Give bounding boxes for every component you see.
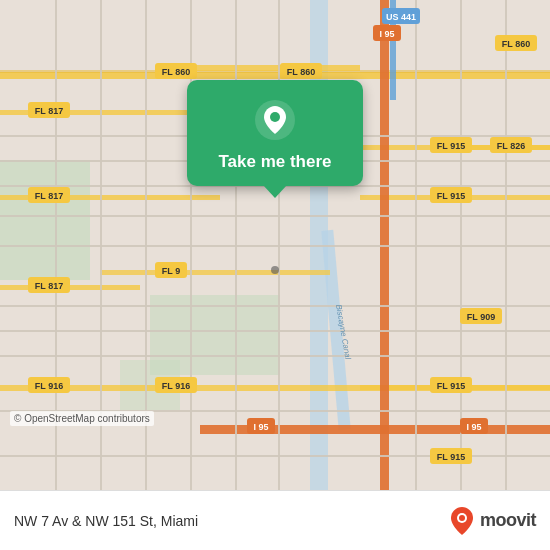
- location-pin-icon: [253, 98, 297, 142]
- svg-rect-27: [0, 330, 550, 332]
- svg-rect-39: [505, 0, 507, 490]
- svg-text:I 95: I 95: [253, 422, 268, 432]
- svg-rect-35: [235, 0, 237, 490]
- svg-text:FL 909: FL 909: [467, 312, 495, 322]
- moovit-wordmark: moovit: [480, 510, 536, 531]
- svg-rect-28: [0, 355, 550, 357]
- bottom-bar: NW 7 Av & NW 151 St, Miami moovit: [0, 490, 550, 550]
- svg-rect-24: [0, 215, 550, 217]
- moovit-pin-icon: [448, 505, 476, 537]
- svg-text:FL 817: FL 817: [35, 281, 63, 291]
- svg-rect-18: [100, 270, 330, 275]
- take-me-there-label: Take me there: [218, 152, 331, 172]
- svg-text:FL 915: FL 915: [437, 381, 465, 391]
- svg-text:FL 860: FL 860: [502, 39, 530, 49]
- svg-text:I 95: I 95: [379, 29, 394, 39]
- svg-text:I 95: I 95: [466, 422, 481, 432]
- svg-point-81: [270, 112, 280, 122]
- svg-rect-36: [278, 0, 280, 490]
- svg-text:FL 826: FL 826: [497, 141, 525, 151]
- svg-text:FL 860: FL 860: [287, 67, 315, 77]
- svg-text:FL 817: FL 817: [35, 191, 63, 201]
- svg-text:FL 860: FL 860: [162, 67, 190, 77]
- svg-text:FL 916: FL 916: [162, 381, 190, 391]
- svg-rect-37: [415, 0, 417, 490]
- map-container: FL 817 FL 860 FL 860 US 441 I 95 FL 860 …: [0, 0, 550, 490]
- moovit-logo: moovit: [448, 505, 536, 537]
- svg-text:FL 9: FL 9: [162, 266, 180, 276]
- svg-text:FL 916: FL 916: [35, 381, 63, 391]
- osm-attribution: © OpenStreetMap contributors: [10, 411, 154, 426]
- take-me-there-popup[interactable]: Take me there: [187, 80, 363, 186]
- svg-text:FL 915: FL 915: [437, 452, 465, 462]
- svg-rect-3: [0, 160, 90, 280]
- svg-rect-25: [0, 245, 550, 247]
- location-label: NW 7 Av & NW 151 St, Miami: [14, 513, 198, 529]
- svg-text:FL 915: FL 915: [437, 141, 465, 151]
- svg-text:US 441: US 441: [386, 12, 416, 22]
- svg-text:FL 915: FL 915: [437, 191, 465, 201]
- svg-rect-6: [0, 72, 550, 79]
- svg-rect-26: [0, 305, 550, 307]
- svg-point-79: [271, 266, 279, 274]
- svg-text:FL 817: FL 817: [35, 106, 63, 116]
- svg-point-83: [459, 515, 465, 521]
- svg-rect-38: [460, 0, 462, 490]
